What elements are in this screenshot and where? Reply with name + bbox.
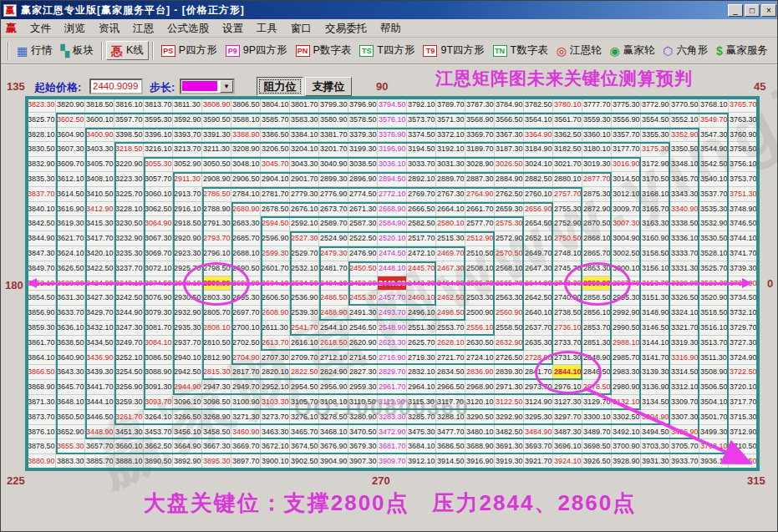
grid-cell: 2887.30 bbox=[465, 172, 495, 187]
grid-cell: 3112.90 bbox=[378, 395, 407, 410]
grid-cell: 3055.30 bbox=[144, 157, 173, 172]
grid-cell: 3818.50 bbox=[85, 98, 114, 113]
toolbar-label: 江恩轮 bbox=[570, 43, 602, 58]
grid-cell: 3595.30 bbox=[144, 113, 173, 128]
grid-cell: 2522.50 bbox=[348, 231, 378, 246]
grid-cell: 3684.10 bbox=[407, 439, 436, 454]
toolbar-button-5[interactable]: P99P四方形 bbox=[221, 42, 292, 59]
grid-cell: 2961.70 bbox=[378, 380, 407, 395]
toolbar-button-12[interactable]: ⬡六角形 bbox=[659, 42, 712, 59]
grid-cell: 3921.70 bbox=[524, 454, 553, 469]
grid-cell: 3057.70 bbox=[144, 172, 173, 187]
grid-cell: 2992.90 bbox=[612, 306, 641, 321]
grid-cell: 3816.10 bbox=[114, 98, 144, 113]
menu-item[interactable]: 窗口 bbox=[284, 21, 318, 36]
grid-cell: 3633.70 bbox=[56, 306, 85, 321]
maximize-button[interactable]: □ bbox=[745, 4, 760, 17]
toolbar-button-1[interactable]: ▦行情 bbox=[13, 42, 56, 59]
grid-cell: 2625.70 bbox=[407, 336, 436, 351]
grid-cell: 2452.90 bbox=[348, 276, 378, 291]
grid-cell: 3751.30 bbox=[729, 187, 758, 202]
grid-cell: 3014.50 bbox=[612, 172, 641, 187]
menu-item[interactable]: 帮助 bbox=[374, 21, 408, 36]
grid-cell: 3300.10 bbox=[582, 410, 612, 425]
grid-cell: 2572.90 bbox=[495, 231, 524, 246]
grid-cell: 3528.10 bbox=[699, 246, 729, 261]
grid-cell: 3904.90 bbox=[319, 454, 348, 469]
menu-item[interactable]: 浏览 bbox=[58, 21, 92, 36]
grid-cell: 2800.90 bbox=[202, 276, 231, 291]
step-dropdown[interactable]: ▼ bbox=[180, 79, 235, 94]
toolbar-button-7[interactable]: TST四方形 bbox=[355, 42, 419, 59]
menu-item[interactable]: 江恩 bbox=[126, 21, 160, 36]
toolbar-button-9[interactable]: TNT数字表 bbox=[489, 42, 552, 59]
grid-cell: 2990.50 bbox=[612, 321, 641, 336]
minimize-button[interactable]: _ bbox=[728, 4, 743, 17]
grid-cell: 3355.30 bbox=[641, 128, 670, 143]
angle-label-90: 90 bbox=[376, 80, 388, 93]
toolbar-button-2[interactable]: ▚板块 bbox=[56, 42, 98, 59]
menu-item[interactable]: 文件 bbox=[23, 21, 58, 36]
toolbar-button-4[interactable]: PSP四方形 bbox=[157, 42, 221, 59]
grid-cell: 3417.70 bbox=[85, 231, 114, 246]
start-price-input[interactable]: 2440.9099 bbox=[89, 79, 143, 94]
chevron-down-icon[interactable]: ▼ bbox=[220, 80, 233, 93]
close-button[interactable]: × bbox=[761, 4, 776, 17]
toolbar-button-13[interactable]: $赢家服务 bbox=[712, 42, 772, 59]
grid-cell: 2464.90 bbox=[436, 276, 465, 291]
grid-cell: 3883.30 bbox=[56, 454, 85, 469]
grid-cell: 3880.90 bbox=[27, 454, 56, 469]
resistance-button[interactable]: 阻力位 bbox=[257, 77, 303, 96]
grid-cell: 3729.70 bbox=[729, 321, 758, 336]
grid-cell: 2457.70 bbox=[378, 291, 407, 306]
grid-cell: 3333.70 bbox=[670, 246, 699, 261]
toolbar-button-8[interactable]: T99T四方形 bbox=[419, 42, 488, 59]
grid-cell: 3352.90 bbox=[670, 128, 699, 143]
grid-cell: 3391.30 bbox=[202, 128, 231, 143]
grid-cell: 3674.50 bbox=[290, 439, 319, 454]
grid-cell: 3124.90 bbox=[524, 395, 553, 410]
grid-cell: 3916.90 bbox=[465, 454, 495, 469]
toolbar-button-3[interactable]: 㥑K线 bbox=[106, 41, 149, 60]
menu-item[interactable]: 工具 bbox=[250, 21, 284, 36]
grid-cell: 2748.10 bbox=[553, 246, 582, 261]
grid-cell: 3012.10 bbox=[612, 187, 641, 202]
grid-cell: 2769.70 bbox=[407, 187, 436, 202]
menu-item[interactable]: 交易委托 bbox=[318, 21, 374, 36]
grid-cell: 2733.70 bbox=[553, 336, 582, 351]
grid-cell: 3266.50 bbox=[173, 410, 202, 425]
grid-cell: 3160.90 bbox=[641, 231, 670, 246]
toolbar-button-11[interactable]: ◉赢家轮 bbox=[605, 42, 659, 59]
menu-item[interactable]: 公式选股 bbox=[160, 21, 216, 36]
toolbar-label: 赢家轮 bbox=[623, 43, 655, 58]
grid-cell: 3345.70 bbox=[670, 172, 699, 187]
quote-table-icon: ▦ bbox=[17, 45, 28, 57]
grid-cell: 3295.30 bbox=[524, 410, 553, 425]
grid-cell: 3127.30 bbox=[553, 395, 582, 410]
grid-cell: 2488.90 bbox=[319, 306, 348, 321]
menu-item[interactable]: 资讯 bbox=[92, 21, 126, 36]
grid-cell: 3278.50 bbox=[319, 410, 348, 425]
grid-cell: 3830.50 bbox=[27, 142, 56, 157]
grid-cell: 3564.10 bbox=[524, 113, 553, 128]
grid-cell: 3189.70 bbox=[465, 142, 495, 157]
toolbar-label: P数字表 bbox=[313, 43, 352, 58]
toolbar-button-6[interactable]: PNP数字表 bbox=[292, 42, 356, 59]
toolbar-button-10[interactable]: ◎江恩轮 bbox=[552, 42, 606, 59]
grid-cell: 3074.50 bbox=[144, 276, 173, 291]
grid-cell: 3820.90 bbox=[56, 98, 85, 113]
window-title: 赢家江恩专业版[赢家服务平台] - [价格正方形] bbox=[21, 3, 245, 18]
menu-item[interactable]: 设置 bbox=[216, 21, 250, 36]
grid-cell: 3878.50 bbox=[27, 439, 56, 454]
grid-cell: 2666.50 bbox=[407, 202, 436, 217]
grid-cell: 3667.30 bbox=[202, 439, 231, 454]
support-button[interactable]: 支撑位 bbox=[305, 77, 352, 96]
grid-cell: 2652.10 bbox=[524, 231, 553, 246]
grid-cell: 2767.30 bbox=[436, 187, 465, 202]
grid-cell: 2872.90 bbox=[582, 202, 612, 217]
grid-cell: 3813.70 bbox=[144, 98, 173, 113]
grid-cell: 2560.90 bbox=[495, 306, 524, 321]
grid-cell: 2865.70 bbox=[582, 246, 612, 261]
start-price-label: 起始价格: bbox=[34, 80, 81, 95]
grid-cell: 3487.30 bbox=[553, 425, 582, 440]
